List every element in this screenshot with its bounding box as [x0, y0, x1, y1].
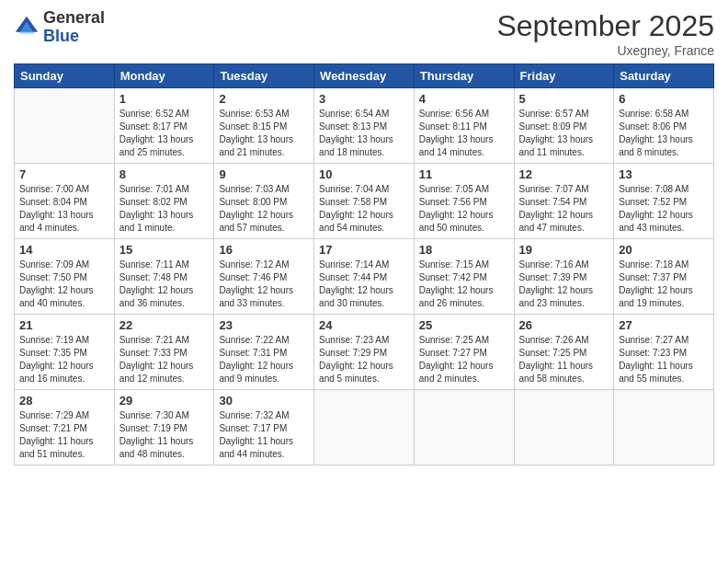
- month-title: September 2025: [496, 9, 714, 43]
- day-number: 5: [519, 92, 609, 106]
- day-header-wednesday: Wednesday: [314, 64, 415, 88]
- calendar-cell: 11Sunrise: 7:05 AMSunset: 7:56 PMDayligh…: [414, 164, 514, 239]
- calendar-cell: 22Sunrise: 7:21 AMSunset: 7:33 PMDayligh…: [114, 315, 214, 390]
- day-number: 8: [119, 167, 210, 181]
- day-header-monday: Monday: [114, 64, 214, 88]
- day-number: 18: [419, 243, 509, 257]
- day-number: 12: [519, 167, 609, 181]
- cell-info: Sunrise: 7:18 AMSunset: 7:37 PMDaylight:…: [619, 259, 709, 310]
- logo-general: General: [43, 8, 105, 27]
- day-number: 15: [119, 243, 210, 257]
- day-header-sunday: Sunday: [15, 64, 115, 88]
- day-number: 16: [219, 243, 309, 257]
- calendar-week-row: 14Sunrise: 7:09 AMSunset: 7:50 PMDayligh…: [15, 239, 714, 315]
- calendar-cell: 25Sunrise: 7:25 AMSunset: 7:27 PMDayligh…: [414, 315, 514, 390]
- day-header-thursday: Thursday: [414, 64, 514, 88]
- calendar-cell: 27Sunrise: 7:27 AMSunset: 7:23 PMDayligh…: [614, 315, 714, 390]
- calendar-cell: 8Sunrise: 7:01 AMSunset: 8:02 PMDaylight…: [114, 164, 214, 239]
- cell-info: Sunrise: 7:16 AMSunset: 7:39 PMDaylight:…: [519, 259, 609, 310]
- calendar-cell: 14Sunrise: 7:09 AMSunset: 7:50 PMDayligh…: [15, 239, 115, 315]
- day-header-friday: Friday: [514, 64, 614, 88]
- cell-info: Sunrise: 7:00 AMSunset: 8:04 PMDaylight:…: [19, 183, 109, 235]
- cell-info: Sunrise: 7:22 AMSunset: 7:31 PMDaylight:…: [219, 334, 309, 385]
- cell-info: Sunrise: 7:04 AMSunset: 7:58 PMDaylight:…: [319, 183, 409, 235]
- day-number: 29: [119, 394, 210, 408]
- calendar-cell: 20Sunrise: 7:18 AMSunset: 7:37 PMDayligh…: [614, 239, 714, 315]
- cell-info: Sunrise: 7:32 AMSunset: 7:17 PMDaylight:…: [219, 409, 309, 461]
- day-number: 1: [119, 92, 210, 106]
- day-number: 30: [219, 394, 309, 408]
- header: General Blue September 2025 Uxegney, Fra…: [14, 9, 714, 58]
- day-number: 6: [619, 92, 709, 106]
- day-number: 28: [19, 394, 109, 408]
- calendar-cell: [514, 390, 614, 465]
- calendar-cell: 15Sunrise: 7:11 AMSunset: 7:48 PMDayligh…: [114, 239, 214, 315]
- calendar-cell: 4Sunrise: 6:56 AMSunset: 8:11 PMDaylight…: [414, 88, 514, 164]
- calendar-cell: 26Sunrise: 7:26 AMSunset: 7:25 PMDayligh…: [514, 315, 614, 390]
- calendar-week-row: 1Sunrise: 6:52 AMSunset: 8:17 PMDaylight…: [15, 88, 714, 164]
- calendar-cell: 5Sunrise: 6:57 AMSunset: 8:09 PMDaylight…: [514, 88, 614, 164]
- logo-blue: Blue: [43, 27, 79, 45]
- cell-info: Sunrise: 6:56 AMSunset: 8:11 PMDaylight:…: [419, 108, 509, 159]
- cell-info: Sunrise: 7:26 AMSunset: 7:25 PMDaylight:…: [519, 334, 609, 385]
- cell-info: Sunrise: 7:08 AMSunset: 7:52 PMDaylight:…: [619, 183, 709, 235]
- day-number: 3: [319, 92, 409, 106]
- calendar-cell: 10Sunrise: 7:04 AMSunset: 7:58 PMDayligh…: [314, 164, 415, 239]
- calendar-cell: [15, 88, 115, 164]
- day-number: 2: [219, 92, 309, 106]
- day-number: 4: [419, 92, 509, 106]
- calendar-week-row: 28Sunrise: 7:29 AMSunset: 7:21 PMDayligh…: [15, 390, 714, 465]
- calendar-cell: 6Sunrise: 6:58 AMSunset: 8:06 PMDaylight…: [614, 88, 714, 164]
- day-number: 10: [319, 167, 409, 181]
- calendar-week-row: 7Sunrise: 7:00 AMSunset: 8:04 PMDaylight…: [15, 164, 714, 239]
- calendar-cell: 2Sunrise: 6:53 AMSunset: 8:15 PMDaylight…: [214, 88, 314, 164]
- day-number: 9: [219, 167, 309, 181]
- day-number: 24: [319, 318, 409, 332]
- cell-info: Sunrise: 6:52 AMSunset: 8:17 PMDaylight:…: [119, 108, 210, 159]
- day-number: 26: [519, 318, 609, 332]
- calendar-cell: 9Sunrise: 7:03 AMSunset: 8:00 PMDaylight…: [214, 164, 314, 239]
- cell-info: Sunrise: 6:54 AMSunset: 8:13 PMDaylight:…: [319, 108, 409, 159]
- calendar-cell: 7Sunrise: 7:00 AMSunset: 8:04 PMDaylight…: [15, 164, 115, 239]
- calendar-cell: 13Sunrise: 7:08 AMSunset: 7:52 PMDayligh…: [614, 164, 714, 239]
- calendar-cell: 28Sunrise: 7:29 AMSunset: 7:21 PMDayligh…: [15, 390, 115, 465]
- day-header-tuesday: Tuesday: [214, 64, 314, 88]
- cell-info: Sunrise: 7:01 AMSunset: 8:02 PMDaylight:…: [119, 183, 210, 235]
- cell-info: Sunrise: 7:23 AMSunset: 7:29 PMDaylight:…: [319, 334, 409, 385]
- calendar-cell: [314, 390, 415, 465]
- cell-info: Sunrise: 6:57 AMSunset: 8:09 PMDaylight:…: [519, 108, 609, 159]
- day-number: 13: [619, 167, 709, 181]
- cell-info: Sunrise: 7:11 AMSunset: 7:48 PMDaylight:…: [119, 259, 210, 310]
- calendar-cell: 16Sunrise: 7:12 AMSunset: 7:46 PMDayligh…: [214, 239, 314, 315]
- calendar-week-row: 21Sunrise: 7:19 AMSunset: 7:35 PMDayligh…: [15, 315, 714, 390]
- cell-info: Sunrise: 7:21 AMSunset: 7:33 PMDaylight:…: [119, 334, 210, 385]
- calendar-cell: 3Sunrise: 6:54 AMSunset: 8:13 PMDaylight…: [314, 88, 415, 164]
- calendar-cell: [414, 390, 514, 465]
- title-area: September 2025 Uxegney, France: [496, 9, 714, 58]
- cell-info: Sunrise: 7:09 AMSunset: 7:50 PMDaylight:…: [19, 259, 109, 310]
- day-number: 21: [19, 318, 109, 332]
- cell-info: Sunrise: 7:14 AMSunset: 7:44 PMDaylight:…: [319, 259, 409, 310]
- logo-text: General Blue: [43, 9, 105, 46]
- cell-info: Sunrise: 7:29 AMSunset: 7:21 PMDaylight:…: [19, 409, 109, 461]
- calendar-cell: 21Sunrise: 7:19 AMSunset: 7:35 PMDayligh…: [15, 315, 115, 390]
- day-number: 11: [419, 167, 509, 181]
- cell-info: Sunrise: 6:58 AMSunset: 8:06 PMDaylight:…: [619, 108, 709, 159]
- calendar-cell: 30Sunrise: 7:32 AMSunset: 7:17 PMDayligh…: [214, 390, 314, 465]
- cell-info: Sunrise: 7:07 AMSunset: 7:54 PMDaylight:…: [519, 183, 609, 235]
- cell-info: Sunrise: 7:03 AMSunset: 8:00 PMDaylight:…: [219, 183, 309, 235]
- logo-icon: [14, 15, 40, 40]
- calendar-cell: 12Sunrise: 7:07 AMSunset: 7:54 PMDayligh…: [514, 164, 614, 239]
- page: General Blue September 2025 Uxegney, Fra…: [0, 0, 728, 563]
- day-number: 23: [219, 318, 309, 332]
- calendar-cell: 29Sunrise: 7:30 AMSunset: 7:19 PMDayligh…: [114, 390, 214, 465]
- day-header-saturday: Saturday: [614, 64, 714, 88]
- calendar-cell: 18Sunrise: 7:15 AMSunset: 7:42 PMDayligh…: [414, 239, 514, 315]
- cell-info: Sunrise: 7:27 AMSunset: 7:23 PMDaylight:…: [619, 334, 709, 385]
- calendar-cell: 17Sunrise: 7:14 AMSunset: 7:44 PMDayligh…: [314, 239, 415, 315]
- day-number: 7: [19, 167, 109, 181]
- cell-info: Sunrise: 7:05 AMSunset: 7:56 PMDaylight:…: [419, 183, 509, 235]
- logo: General Blue: [14, 9, 105, 46]
- cell-info: Sunrise: 6:53 AMSunset: 8:15 PMDaylight:…: [219, 108, 309, 159]
- cell-info: Sunrise: 7:19 AMSunset: 7:35 PMDaylight:…: [19, 334, 109, 385]
